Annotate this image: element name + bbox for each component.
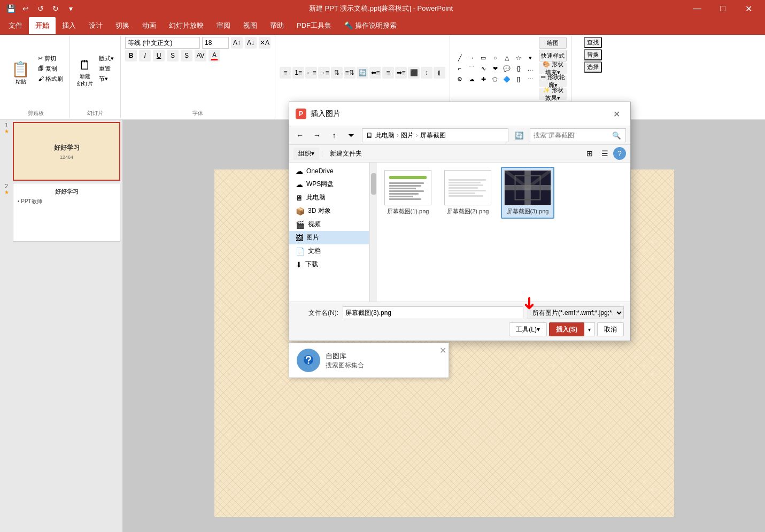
- minimize-button[interactable]: —: [685, 0, 709, 17]
- align-right-button[interactable]: ➡≡: [395, 67, 407, 79]
- shape-rect[interactable]: ▭: [478, 53, 489, 63]
- shape-connector[interactable]: ⌐: [454, 64, 465, 73]
- tab-help[interactable]: 帮助: [264, 17, 290, 34]
- tab-transitions[interactable]: 切换: [109, 17, 136, 34]
- shape-star[interactable]: ☆: [513, 53, 524, 63]
- shape-line[interactable]: ╱: [454, 53, 465, 63]
- up-button[interactable]: ↑: [328, 129, 341, 142]
- shape-cloud[interactable]: ☁: [466, 74, 477, 84]
- filename-input[interactable]: [343, 306, 523, 319]
- slide-2-thumb[interactable]: 2 ★ 好好学习 • PPT教师: [2, 183, 120, 242]
- sidebar-item-documents[interactable]: 📄 文档: [289, 244, 369, 258]
- font-name-input[interactable]: [125, 37, 200, 49]
- tab-review[interactable]: 审阅: [210, 17, 237, 34]
- reset-button[interactable]: 重置: [97, 64, 116, 73]
- repeat-button[interactable]: ↻: [49, 2, 62, 15]
- sidebar-item-3d[interactable]: 📦 3D 对象: [289, 204, 369, 218]
- decrease-indent-button[interactable]: ←≡: [305, 67, 317, 79]
- back-button[interactable]: ←: [293, 129, 306, 142]
- tab-slideshow[interactable]: 幻灯片放映: [163, 17, 210, 34]
- shadow-button[interactable]: S: [181, 50, 192, 61]
- breadcrumb-pc[interactable]: 此电脑: [375, 131, 395, 140]
- tools-button[interactable]: 工具(L)▾: [509, 322, 547, 336]
- shape-badge[interactable]: 🔷: [501, 74, 512, 84]
- align-left-button[interactable]: ⬅≡: [369, 67, 381, 79]
- dialog-close-button[interactable]: ✕: [609, 106, 624, 121]
- increase-indent-button[interactable]: →≡: [318, 67, 330, 79]
- close-button[interactable]: ✕: [736, 0, 761, 17]
- shape-callout[interactable]: 💬: [501, 64, 512, 73]
- breadcrumb-screenshots[interactable]: 屏幕截图: [420, 131, 446, 140]
- shape-curve[interactable]: ⌒: [466, 64, 477, 73]
- tab-file[interactable]: 文件: [2, 17, 29, 34]
- find-button[interactable]: 查找: [584, 37, 602, 48]
- undo-button[interactable]: ↩: [19, 2, 32, 15]
- shape-effect-button[interactable]: ✨ 形状效果▾: [539, 88, 567, 100]
- breadcrumb-pictures[interactable]: 图片: [401, 131, 414, 140]
- replace-button[interactable]: 替换: [584, 49, 602, 60]
- shape-more[interactable]: ▾: [525, 53, 536, 63]
- tab-pdftool[interactable]: PDF工具集: [290, 17, 338, 34]
- sidebar-item-pictures[interactable]: 🖼 图片: [289, 231, 369, 244]
- shape-cross[interactable]: ✚: [478, 74, 489, 84]
- shape-bracket[interactable]: []: [513, 74, 524, 84]
- shape-gear[interactable]: ⚙: [454, 74, 465, 84]
- slide-panel[interactable]: 1 ★ 好好学习 12464 2 ★ 好好学习 • PPT教师: [0, 120, 123, 532]
- arrange-button[interactable]: 绘图: [539, 37, 567, 49]
- justify-button[interactable]: ⬛: [408, 67, 420, 79]
- copy-button[interactable]: 🗐 复制: [36, 64, 65, 73]
- shape-arrow[interactable]: →: [466, 53, 477, 63]
- font-color-button[interactable]: A: [208, 50, 220, 61]
- forward-button[interactable]: →: [311, 129, 323, 142]
- new-folder-button[interactable]: 新建文件夹: [325, 148, 367, 160]
- char-spacing-button[interactable]: AV: [195, 50, 206, 61]
- font-size-input[interactable]: [202, 37, 229, 49]
- shape-heart[interactable]: ❤: [490, 64, 500, 73]
- tab-insert[interactable]: 插入: [56, 17, 82, 34]
- slide-1-thumb[interactable]: 1 ★ 好好学习 12464: [2, 122, 120, 181]
- shape-tri[interactable]: △: [501, 53, 512, 63]
- new-slide-button[interactable]: 🗒 新建 幻灯片: [74, 56, 96, 89]
- align-center-button[interactable]: ≡: [382, 67, 394, 79]
- file-screenshot2[interactable]: 屏幕截图(2).png: [441, 167, 494, 219]
- cut-button[interactable]: ✂ 剪切: [36, 54, 65, 63]
- shape-brace[interactable]: {}: [513, 64, 524, 73]
- view-list-button[interactable]: ☰: [598, 147, 611, 160]
- file-screenshot1[interactable]: 屏幕截图(1).png: [381, 167, 435, 219]
- tab-home[interactable]: 开始: [29, 17, 56, 34]
- sidebar-item-videos[interactable]: 🎬 视频: [289, 218, 369, 231]
- shape-circle[interactable]: ○: [490, 53, 500, 63]
- filetype-select[interactable]: 所有图片(*.emf;*.wmf;*.jpg;*.jr: [528, 306, 624, 319]
- shape-outline-button[interactable]: ✏ 形状轮廓▾: [539, 75, 567, 87]
- redo-button[interactable]: ↺: [34, 2, 47, 15]
- shape-freeform[interactable]: ∿: [478, 64, 489, 73]
- bold-button[interactable]: B: [125, 50, 137, 61]
- shape-more2[interactable]: …: [525, 64, 536, 73]
- files-scrollbar-left[interactable]: [369, 163, 377, 302]
- font-size-inc-button[interactable]: A↑: [231, 37, 243, 49]
- view-help-button[interactable]: ?: [613, 147, 626, 160]
- align-text-button[interactable]: ≡⇅: [344, 67, 356, 79]
- slide-1-preview[interactable]: 好好学习 12464: [13, 122, 120, 181]
- organize-button[interactable]: 组织▾: [293, 148, 319, 160]
- slide-2-preview[interactable]: 好好学习 • PPT教师: [13, 183, 120, 242]
- recent-button[interactable]: ⏷: [345, 129, 358, 142]
- quick-styles-button[interactable]: 快速样式: [539, 50, 567, 61]
- view-thumbnails-button[interactable]: ⊞: [583, 147, 596, 160]
- convert-smartart-button[interactable]: 🔄: [357, 67, 368, 79]
- tab-design[interactable]: 设计: [82, 17, 109, 34]
- search-input[interactable]: [534, 132, 611, 139]
- insert-dropdown-button[interactable]: ▾: [584, 322, 595, 336]
- shape-pentagon[interactable]: ⬠: [490, 74, 500, 84]
- file-screenshot3[interactable]: 屏幕截图(3).png: [501, 167, 554, 219]
- select-button[interactable]: 选择: [584, 61, 602, 73]
- sidebar-item-wpsdrive[interactable]: ☁ WPS网盘: [289, 178, 369, 191]
- tab-search[interactable]: 🔦 操作说明搜索: [338, 17, 403, 34]
- columns-button[interactable]: ⫿: [434, 67, 445, 79]
- hint-close-button[interactable]: ✕: [439, 345, 446, 356]
- save-button[interactable]: 💾: [4, 2, 17, 15]
- section-button[interactable]: 节▾: [97, 74, 116, 83]
- paste-button[interactable]: 📋 粘贴: [6, 59, 35, 87]
- font-size-dec-button[interactable]: A↓: [245, 37, 257, 49]
- cancel-button[interactable]: 取消: [597, 322, 624, 336]
